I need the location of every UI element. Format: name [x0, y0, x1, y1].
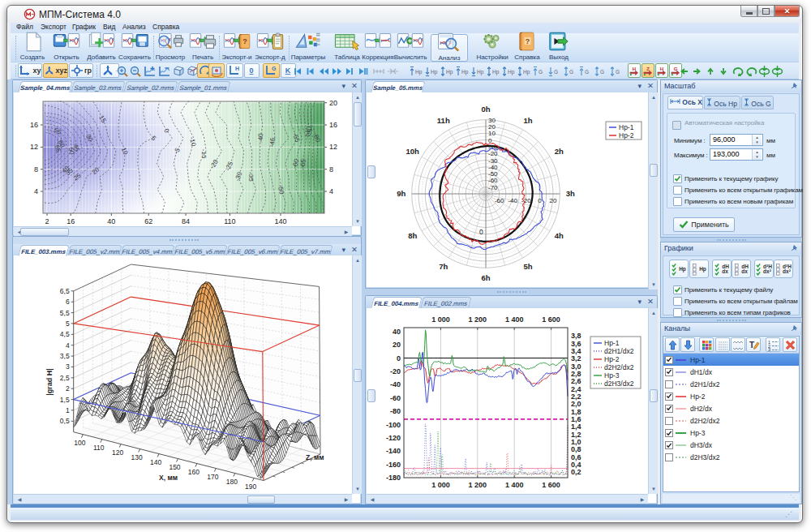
svg-text:1,4: 1,4 [571, 423, 581, 431]
svg-text:0,2: 0,2 [571, 468, 581, 476]
svg-text:16: 16 [329, 121, 337, 129]
svg-text:140: 140 [150, 458, 161, 466]
svg-text:-35: -35 [247, 172, 255, 182]
svg-text:-40: -40 [488, 164, 498, 171]
svg-text:Z: Z [646, 66, 650, 71]
svg-text:1,6: 1,6 [571, 415, 581, 423]
svg-text:3,6: 3,6 [571, 340, 581, 348]
svg-text:Hp: Hp [477, 69, 484, 75]
svg-text:Hp-2: Hp-2 [604, 355, 620, 363]
svg-text:180: 180 [226, 478, 238, 486]
svg-text:20: 20 [550, 197, 557, 204]
svg-text:0: 0 [479, 228, 483, 236]
svg-text:2: 2 [66, 384, 70, 393]
svg-text:2: 2 [45, 217, 49, 225]
svg-text:0h: 0h [481, 105, 490, 114]
svg-text:20: 20 [488, 123, 496, 131]
svg-text:2,4: 2,4 [571, 385, 581, 393]
svg-text:d2H2/dx2: d2H2/dx2 [604, 363, 634, 371]
svg-text:-20: -20 [488, 150, 498, 157]
svg-text:2,5: 2,5 [60, 374, 70, 382]
svg-text:1 000: 1 000 [431, 315, 450, 324]
svg-text:2,2: 2,2 [571, 393, 581, 401]
svg-text:1: 1 [66, 406, 70, 414]
svg-text:5h: 5h [524, 262, 533, 271]
svg-text:-60: -60 [495, 197, 504, 204]
svg-text:-160: -160 [386, 461, 401, 469]
svg-text:-80: -80 [390, 407, 401, 415]
svg-text:0: 0 [249, 66, 253, 75]
svg-text:1 200: 1 200 [469, 315, 487, 324]
svg-text:110: 110 [93, 444, 105, 452]
svg-text:6,5: 6,5 [60, 287, 70, 295]
svg-text:Hp: Hp [523, 69, 530, 75]
svg-text:H: H [633, 66, 636, 71]
svg-text:1h: 1h [524, 116, 533, 125]
svg-text:12: 12 [329, 143, 337, 151]
svg-text:0: 0 [538, 197, 542, 204]
svg-text:H: H [235, 66, 239, 71]
svg-text:?: ? [526, 37, 530, 45]
svg-text:5,5: 5,5 [60, 309, 70, 317]
svg-text:H: H [660, 66, 663, 71]
svg-text:-30: -30 [488, 157, 498, 165]
svg-text:2h: 2h [555, 147, 564, 156]
svg-text:160: 160 [188, 468, 200, 476]
svg-text:G: G [539, 69, 543, 75]
svg-text:12: 12 [30, 143, 38, 151]
svg-text:16: 16 [30, 121, 38, 129]
svg-text:2,0: 2,0 [571, 400, 581, 408]
svg-text:3: 3 [768, 347, 770, 351]
svg-text:1,8: 1,8 [571, 408, 581, 416]
svg-text:140: 140 [274, 217, 286, 225]
svg-text:-45: -45 [268, 137, 277, 148]
svg-text:-60: -60 [390, 394, 401, 402]
svg-text:40: 40 [107, 217, 115, 225]
svg-text:3,4: 3,4 [571, 347, 581, 355]
svg-text:130: 130 [131, 453, 143, 461]
svg-text:-40: -40 [257, 133, 264, 143]
svg-text:1 200: 1 200 [469, 481, 487, 489]
svg-text:Hp: Hp [446, 69, 453, 75]
svg-text:d2H3/dx2: d2H3/dx2 [604, 380, 634, 388]
svg-text:|grad H|: |grad H| [45, 368, 54, 396]
svg-text:8h: 8h [408, 231, 417, 240]
svg-text:Hp: Hp [415, 69, 423, 75]
svg-text:-40: -40 [508, 197, 517, 204]
svg-text:190: 190 [245, 483, 256, 491]
svg-text:1 600: 1 600 [542, 315, 560, 324]
svg-text:?: ? [242, 37, 247, 45]
svg-text:20: 20 [393, 341, 401, 349]
svg-text:Hp: Hp [461, 69, 469, 75]
svg-text:d2H1/dx2: d2H1/dx2 [604, 347, 634, 355]
svg-text:1 400: 1 400 [505, 315, 524, 324]
svg-text:9h: 9h [397, 189, 406, 198]
svg-text:0: 0 [397, 354, 401, 363]
svg-text:G: G [585, 69, 589, 75]
svg-text:T: T [749, 341, 754, 350]
svg-text:10: 10 [488, 130, 496, 137]
svg-text:120: 120 [112, 448, 123, 457]
svg-text:4h: 4h [555, 231, 564, 240]
svg-text:-140: -140 [386, 447, 401, 455]
svg-text:0,4: 0,4 [571, 461, 581, 469]
svg-text:16: 16 [67, 217, 75, 225]
svg-text:62: 62 [144, 217, 152, 225]
svg-text:8: 8 [34, 165, 38, 174]
svg-text:11h: 11h [437, 116, 450, 125]
svg-text:3,0: 3,0 [571, 363, 581, 371]
svg-text:150: 150 [169, 463, 180, 471]
svg-text:Hp-3: Hp-3 [604, 371, 620, 380]
svg-text:G: G [600, 69, 604, 75]
svg-text:-180: -180 [386, 474, 401, 482]
svg-text:5: 5 [66, 320, 70, 328]
svg-text:1,5: 1,5 [60, 396, 70, 404]
svg-text:30: 30 [488, 117, 496, 124]
svg-text:0: 0 [488, 137, 492, 144]
svg-text:G: G [554, 69, 558, 75]
svg-text:G: G [569, 69, 573, 75]
svg-text:-50: -50 [488, 170, 498, 178]
svg-text:-100: -100 [386, 421, 401, 429]
svg-text:84: 84 [182, 217, 190, 225]
svg-text:1 600: 1 600 [542, 481, 560, 489]
